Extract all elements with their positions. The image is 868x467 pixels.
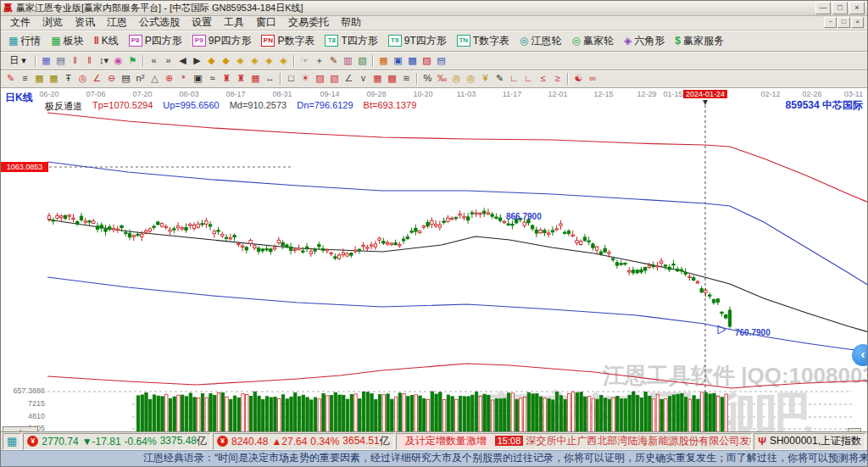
first-page-icon[interactable]: « [147,54,161,68]
shade-icon[interactable]: ▨ [313,72,327,86]
angle-ruler-icon[interactable]: △ [147,72,162,86]
percent-icon[interactable]: % [420,72,435,86]
t9-square-button[interactable]: T99T四方形 [383,32,452,49]
menu-item-工具[interactable]: 工具 [218,15,250,30]
zoom-diamond3-icon[interactable]: ◈ [233,54,248,68]
save-layout-icon[interactable]: ▩ [405,54,420,68]
hot-headline[interactable]: 及计定增数量激增 [400,434,492,448]
star-tool-icon[interactable]: ＊ [176,72,191,86]
menu-item-公式选股[interactable]: 公式选股 [133,15,186,30]
wave-tool-icon[interactable]: ≈ [205,72,220,86]
mdi-restore-button[interactable]: □ [837,17,850,28]
sh-index-quote[interactable]: ¥ 2770.74 ▼-17.81 -0.64% 3375.48亿 [23,433,211,450]
price-ladder-icon[interactable]: ▦ [32,72,47,86]
spiral-icon[interactable]: ◎ [75,72,90,86]
zoom-diamond4-icon[interactable]: ◈ [248,54,262,68]
seq-tool-icon[interactable]: ≤ [536,72,550,86]
ink-tool-icon[interactable]: ✎ [492,72,507,86]
time-grid-icon[interactable]: ▦ [248,72,263,86]
sectors-button[interactable]: ▦板块 [46,32,88,49]
p-number-button[interactable]: PNP数字表 [256,32,320,49]
maximize-button[interactable]: □ [832,2,848,14]
image-icon[interactable]: ▧ [355,54,370,68]
quotes-button[interactable]: ▦行情 [3,32,46,49]
pane-collapse-button[interactable]: — [848,428,861,432]
period-day-button[interactable]: 日 ▾ [3,54,32,68]
trend-angle-icon[interactable]: ∟ [507,72,521,86]
tower-icon[interactable]: ♜ [220,72,234,86]
infinity-icon[interactable]: ∞ [586,72,600,86]
winner-service-button[interactable]: $赢家服务 [670,32,729,49]
menu-item-设置[interactable]: 设置 [186,15,218,30]
mdi-minimize-button[interactable]: － [824,17,837,28]
zoom-diamond6-icon[interactable]: ◈ [276,54,291,68]
menu-item-交易委托[interactable]: 交易委托 [282,15,335,30]
close-button[interactable]: × [849,2,865,14]
expand-range-icon[interactable]: ↔ [263,72,277,86]
indicator-header[interactable]: 极反通道Tp=1070.5294Up=995.6560Md=910.2573Dn… [45,100,416,113]
market-grid-icon[interactable]: ▦ [3,433,21,450]
crosshair-tool-icon[interactable]: ＋ [312,54,326,68]
fan-icon[interactable]: ∠ [90,72,104,86]
net-grid2-icon[interactable]: ▩ [385,72,399,86]
yin-yang-icon[interactable]: ☯ [571,72,586,86]
rays-icon[interactable]: ☀ [298,72,313,86]
export-icon[interactable]: ▤ [434,54,448,68]
menu-item-文件[interactable]: 文件 [4,15,36,30]
gann-wheel-button[interactable]: ◎江恩轮 [515,32,566,49]
t-number-button[interactable]: TNT数字表 [452,32,515,49]
trend-angle2-icon[interactable]: ∟ [521,72,536,86]
circle-tool-icon[interactable]: ⊖ [104,72,119,86]
gann-grid-icon[interactable]: ≡ [18,72,32,86]
calendar-icon[interactable]: ▦ [376,54,391,68]
pane-expand-button[interactable]: △ [3,426,38,432]
menu-item-江恩[interactable]: 江恩 [101,15,133,30]
flower-icon[interactable]: ◉ [111,54,125,68]
last-page-icon[interactable]: » [161,54,175,68]
tower2-icon[interactable]: ♜ [234,72,248,86]
check-line-icon[interactable]: ∨ [356,72,370,86]
stamp-icon[interactable]: ▥ [341,54,355,68]
gann-target-icon[interactable]: ⊕ [162,72,176,86]
net-grid-icon[interactable]: ▦ [370,72,385,86]
info-list-icon[interactable]: ▤ [53,54,68,68]
next-icon[interactable]: ▶ [190,54,204,68]
flag-icon[interactable]: ⚑ [125,54,140,68]
seq-tool2-icon[interactable]: ≥ [550,72,565,86]
angle-line-icon[interactable]: ∠ [342,72,356,86]
menu-item-帮助[interactable]: 帮助 [335,15,367,30]
news-ticker[interactable]: 及计定增数量激增 15:08 深交所中止广西北部湾陆海新能源股份有限公司发行上市… [396,433,753,450]
calculator-icon[interactable]: ▣ [391,54,405,68]
p-square-button[interactable]: P8P四方形 [124,32,187,49]
hexagon-button[interactable]: ◈六角形 [619,32,670,49]
t-square-button[interactable]: T8T四方形 [320,32,382,49]
mdi-close-button[interactable]: × [851,17,864,28]
draw-tool-icon[interactable]: ✎ [326,54,341,68]
gold-ratio2-icon[interactable]: ◎ [464,72,478,86]
prev-icon[interactable]: ◀ [175,54,190,68]
index-symbol-ref[interactable]: Ψ SH000001,上证指数 [754,433,865,450]
sz-index-quote[interactable]: ¥ 8240.48 ▲27.64 0.34% 3654.51亿 [213,433,394,450]
zoom-diamond1-icon[interactable]: ◆ [204,54,219,68]
kline-style-icon[interactable]: ‖ [68,54,82,68]
winner-wheel-button[interactable]: ◎赢家轮 [567,32,619,49]
zoom-diamond2-icon[interactable]: ◆ [219,54,233,68]
indicator-dropdown-icon[interactable]: ↕▾ [97,54,111,68]
gold-ratio-icon[interactable]: ◎ [449,72,464,86]
p9-square-button[interactable]: P99P四方形 [187,32,257,49]
chart-window-icon[interactable]: ▦ [39,54,53,68]
zoom-diamond5-icon[interactable]: ◈ [262,54,276,68]
shade2-icon[interactable]: ▧ [327,72,342,86]
kline-button[interactable]: ‖K线 [89,32,124,49]
kline-style2-icon[interactable]: ‖ [82,54,97,68]
f-line-icon[interactable]: Ŧ [61,72,75,86]
box-tool-icon[interactable]: ▣ [191,72,205,86]
hand-tool-icon[interactable]: ☞ [298,54,312,68]
news-headline[interactable]: 深交所中止广西北部湾陆海新能源股份有限公司发行上市 [523,435,752,447]
ruler-grid-icon[interactable]: ▤ [119,72,133,86]
menu-item-浏览[interactable]: 浏览 [36,15,69,30]
price-ladder2-icon[interactable]: ▦ [47,72,61,86]
minimize-button[interactable]: — [815,2,831,14]
multi-line-icon[interactable]: ≋ [399,72,414,86]
n-square-icon[interactable]: n² [133,72,147,86]
